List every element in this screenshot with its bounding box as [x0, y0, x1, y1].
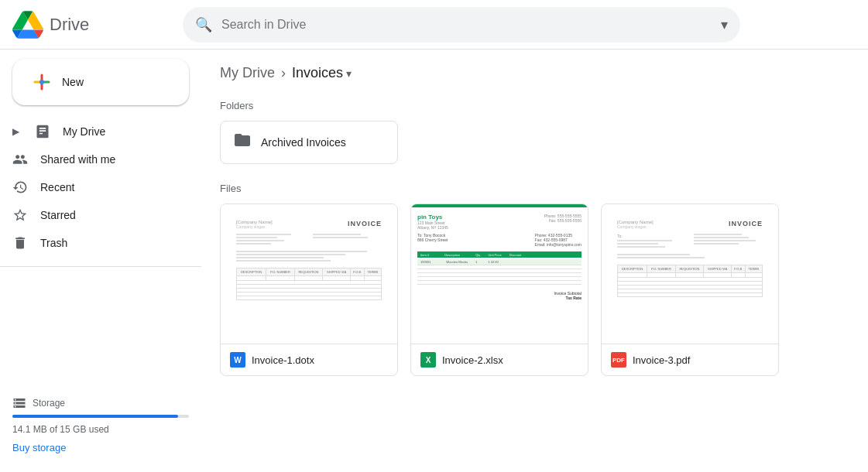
- sidebar-item-my-drive[interactable]: ▶ My Drive: [0, 118, 189, 145]
- sidebar-item-label-starred: Starred: [40, 209, 76, 221]
- sidebar-item-starred[interactable]: Starred: [0, 201, 189, 229]
- storage-bar-fill: [12, 415, 178, 418]
- sidebar-item-trash[interactable]: Trash: [0, 229, 189, 257]
- search-chevron-icon[interactable]: ▾: [721, 16, 728, 33]
- storage-label: Storage: [12, 396, 189, 410]
- files-section-title: Files: [220, 183, 849, 194]
- breadcrumb-parent[interactable]: My Drive: [220, 65, 275, 81]
- app-header: Drive 🔍 ▾: [0, 0, 868, 50]
- file-info-invoice-2: X Invoice-2.xlsx: [411, 344, 588, 375]
- sidebar: New ▶ My Drive Shared with me Recent: [0, 50, 201, 472]
- starred-icon: [12, 207, 28, 223]
- file-card-invoice-3[interactable]: [Company Name] Company slogan INVOICE To…: [601, 204, 779, 376]
- new-button-label: New: [62, 76, 84, 88]
- search-input[interactable]: [221, 18, 712, 32]
- file-type-icon-pdf: PDF: [611, 352, 626, 368]
- new-plus-icon: [31, 71, 53, 93]
- sidebar-divider: [0, 266, 201, 267]
- file-info-invoice-3: PDF Invoice-3.pdf: [602, 344, 778, 375]
- file-name-invoice-3: Invoice-3.pdf: [633, 354, 690, 366]
- file-preview-invoice-3: [Company Name] Company slogan INVOICE To…: [602, 204, 778, 344]
- breadcrumb-separator: ›: [281, 65, 286, 81]
- sidebar-item-recent[interactable]: Recent: [0, 173, 189, 201]
- breadcrumb-chevron-icon[interactable]: ▾: [346, 67, 352, 80]
- storage-used-text: 14.1 MB of 15 GB used: [12, 424, 189, 435]
- search-icon: 🔍: [195, 16, 212, 33]
- storage-section: Storage 14.1 MB of 15 GB used Buy storag…: [0, 387, 201, 463]
- file-preview-invoice-1: [Company Name] Company slogan INVOICE: [221, 204, 397, 344]
- storage-icon: [12, 396, 26, 410]
- folders-section: Folders Archived Invoices: [220, 100, 849, 164]
- new-button[interactable]: New: [12, 59, 189, 105]
- files-section: Files [Company Name] Company slogan INVO…: [220, 183, 849, 376]
- breadcrumb-current-label: Invoices: [292, 65, 343, 81]
- app-logo-text: Drive: [50, 15, 89, 35]
- trash-icon: [12, 235, 28, 251]
- sidebar-item-label-trash: Trash: [40, 237, 67, 249]
- buy-storage-link[interactable]: Buy storage: [12, 442, 66, 453]
- recent-icon: [12, 180, 28, 195]
- shared-icon: [12, 152, 28, 167]
- file-name-invoice-2: Invoice-2.xlsx: [442, 354, 503, 366]
- file-preview-invoice-2: pin Toys 123 Main Street Albany, NY 1234…: [411, 204, 588, 344]
- file-card-invoice-1[interactable]: [Company Name] Company slogan INVOICE: [220, 204, 398, 376]
- drive-logo-icon: [12, 9, 43, 40]
- search-bar[interactable]: 🔍 ▾: [183, 7, 740, 43]
- logo-area: Drive: [12, 9, 183, 40]
- nav-arrow-icon: ▶: [12, 126, 19, 137]
- breadcrumb: My Drive › Invoices ▾: [220, 59, 849, 87]
- files-grid: [Company Name] Company slogan INVOICE: [220, 204, 849, 376]
- file-info-invoice-1: W Invoice-1.dotx: [221, 344, 397, 375]
- sidebar-item-label-shared: Shared with me: [40, 153, 115, 166]
- sidebar-item-label-recent: Recent: [40, 181, 74, 193]
- folder-name-archived-invoices: Archived Invoices: [261, 136, 346, 149]
- file-name-invoice-1: Invoice-1.dotx: [252, 354, 314, 366]
- file-type-icon-xlsx: X: [420, 352, 436, 368]
- storage-text: Storage: [33, 398, 65, 409]
- main-content: My Drive › Invoices ▾ Folders Archived I…: [201, 50, 868, 472]
- sidebar-item-label-my-drive: My Drive: [63, 125, 105, 138]
- folder-icon: [233, 131, 252, 154]
- svg-point-3: [39, 80, 44, 84]
- storage-bar-background: [12, 415, 189, 418]
- my-drive-icon: [35, 124, 50, 139]
- file-card-invoice-2[interactable]: pin Toys 123 Main Street Albany, NY 1234…: [410, 204, 588, 376]
- folder-archived-invoices[interactable]: Archived Invoices: [220, 121, 398, 164]
- folders-section-title: Folders: [220, 100, 849, 111]
- file-type-icon-dotx: W: [230, 352, 245, 368]
- sidebar-item-shared[interactable]: Shared with me: [0, 145, 189, 173]
- breadcrumb-current: Invoices ▾: [292, 65, 352, 81]
